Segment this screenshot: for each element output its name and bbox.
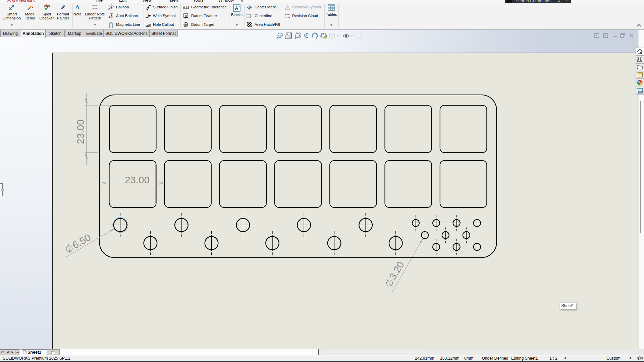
svg-text:A: A (185, 14, 187, 17)
svg-text:A: A (235, 5, 238, 11)
svg-text:23.00: 23.00 (125, 174, 150, 185)
svg-text:0.3: 0.3 (187, 6, 189, 9)
svg-text:A1: A1 (184, 24, 187, 26)
svg-text:23.00: 23.00 (75, 119, 86, 144)
svg-text:AAA: AAA (92, 4, 98, 7)
svg-text:AAA: AAA (92, 7, 98, 10)
svg-text:1: 1 (111, 5, 112, 8)
svg-text:3.20: 3.20 (387, 259, 406, 282)
svg-text:A: A (62, 6, 64, 9)
svg-text:A: A (75, 4, 80, 10)
